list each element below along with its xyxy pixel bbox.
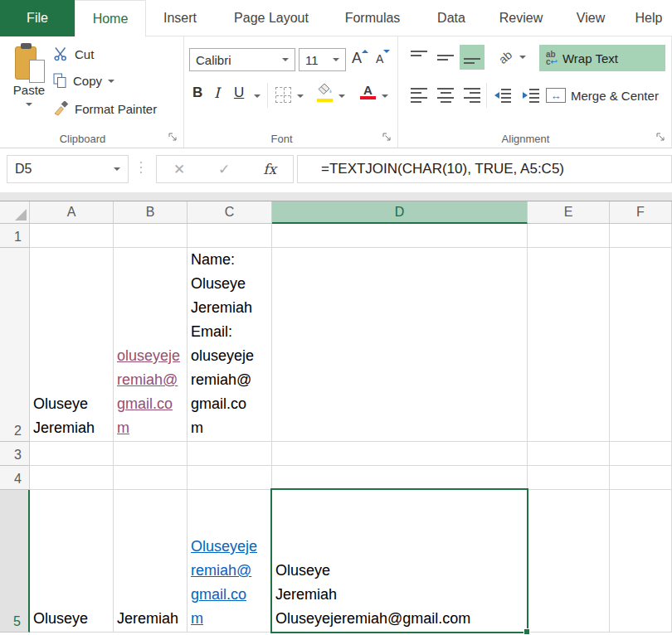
cell-E3[interactable] bbox=[528, 442, 610, 466]
row-header-5[interactable]: 5 bbox=[0, 490, 30, 633]
italic-button[interactable]: I bbox=[214, 85, 220, 101]
increase-font-size-button[interactable]: A bbox=[352, 50, 368, 67]
bold-button[interactable]: B bbox=[192, 85, 202, 101]
cell-D5[interactable]: Oluseye Jeremiah Oluseyejeremiah@gmail.c… bbox=[272, 490, 528, 633]
borders-button[interactable] bbox=[275, 87, 291, 103]
align-center-button[interactable] bbox=[433, 83, 458, 108]
align-right-button[interactable] bbox=[460, 83, 485, 108]
increase-indent-button[interactable] bbox=[518, 83, 544, 108]
font-size-combobox[interactable]: 11 bbox=[299, 48, 346, 71]
cell-F2[interactable] bbox=[610, 248, 672, 442]
row-header-1[interactable]: 1 bbox=[0, 224, 30, 248]
wrap-text-button[interactable]: ab c↩ Wrap Text bbox=[539, 45, 665, 71]
copy-button[interactable]: Copy bbox=[53, 73, 114, 89]
font-name-combobox[interactable]: Calibri bbox=[189, 48, 295, 71]
cut-label: Cut bbox=[75, 47, 94, 61]
borders-dropdown-caret[interactable] bbox=[297, 95, 304, 98]
copy-dropdown-caret[interactable] bbox=[108, 80, 114, 83]
fill-color-dropdown-caret[interactable] bbox=[338, 95, 345, 98]
column-header-A[interactable]: A bbox=[30, 201, 114, 224]
cell-B2[interactable]: oluseyeje remiah@ gmail.co m bbox=[114, 248, 187, 442]
cell-C5[interactable]: Oluseyeje remiah@ gmail.co m bbox=[187, 490, 272, 633]
font-color-dropdown-caret[interactable] bbox=[382, 95, 388, 98]
name-box-caret[interactable] bbox=[114, 167, 120, 171]
enter-icon[interactable]: ✓ bbox=[218, 161, 230, 178]
fill-color-button[interactable] bbox=[317, 83, 334, 102]
cell-D2[interactable] bbox=[272, 248, 528, 442]
name-box[interactable]: D5 bbox=[7, 155, 129, 183]
cell-F3[interactable] bbox=[610, 442, 672, 466]
row-header-2[interactable]: 2 bbox=[0, 248, 30, 442]
column-header-E[interactable]: E bbox=[528, 201, 610, 224]
cell-B4[interactable] bbox=[114, 466, 187, 490]
alignment-dialog-launcher-icon[interactable] bbox=[656, 133, 666, 143]
column-header-C[interactable]: C bbox=[187, 201, 272, 224]
cell-C4[interactable] bbox=[187, 466, 272, 490]
formula-input[interactable]: =TEXTJOIN(CHAR(10), TRUE, A5:C5) bbox=[297, 155, 672, 183]
orientation-dropdown-caret[interactable] bbox=[519, 56, 526, 59]
formula-bar-resize-dots[interactable] bbox=[140, 162, 142, 173]
paste-button[interactable]: Paste bbox=[7, 43, 51, 136]
tab-file[interactable]: File bbox=[0, 0, 75, 36]
visited-hyperlink-line: gmail.co bbox=[117, 392, 173, 416]
cell-C2[interactable]: Name: Oluseye Jeremiah Email: oluseyeje … bbox=[187, 248, 272, 442]
font-color-button[interactable]: A bbox=[360, 84, 376, 99]
underline-button[interactable]: U bbox=[234, 85, 244, 101]
formula-text: =TEXTJOIN(CHAR(10), TRUE, A5:C5) bbox=[321, 161, 564, 177]
select-all-button[interactable] bbox=[0, 201, 30, 224]
tab-data[interactable]: Data bbox=[416, 0, 486, 36]
cell-A5[interactable]: Oluseye bbox=[30, 490, 114, 633]
cell-E4[interactable] bbox=[528, 466, 610, 490]
cell-C1[interactable] bbox=[187, 224, 272, 248]
column-header-B[interactable]: B bbox=[114, 201, 187, 224]
cell-D1[interactable] bbox=[272, 224, 528, 248]
orientation-button[interactable]: ab bbox=[490, 42, 521, 73]
cell-A3[interactable] bbox=[30, 442, 114, 466]
fill-handle[interactable] bbox=[523, 628, 530, 635]
cell-text-line: Oluseye bbox=[33, 607, 88, 631]
cell-D4[interactable] bbox=[272, 466, 528, 490]
cell-C3[interactable] bbox=[187, 442, 272, 466]
paste-dropdown-caret[interactable] bbox=[26, 103, 32, 106]
tab-page-layout[interactable]: Page Layout bbox=[214, 0, 329, 36]
cell-A2[interactable]: Oluseye Jeremiah bbox=[30, 248, 114, 442]
font-name-caret[interactable] bbox=[282, 58, 289, 61]
merge-and-center-button[interactable]: ↔ Merge & Center bbox=[546, 83, 672, 108]
format-painter-button[interactable]: Format Painter bbox=[53, 101, 157, 117]
cell-B5[interactable]: Jeremiah bbox=[114, 490, 187, 633]
cell-F4[interactable] bbox=[610, 466, 672, 490]
bottom-align-button[interactable] bbox=[460, 45, 485, 70]
decrease-font-size-button[interactable]: A bbox=[376, 50, 390, 65]
cell-F1[interactable] bbox=[610, 224, 672, 248]
underline-dropdown-caret[interactable] bbox=[254, 95, 261, 98]
column-header-F[interactable]: F bbox=[610, 201, 672, 224]
column-header-D[interactable]: D bbox=[272, 201, 528, 224]
cancel-icon[interactable]: ✕ bbox=[173, 161, 185, 178]
cut-button[interactable]: Cut bbox=[53, 46, 94, 61]
decrease-indent-button[interactable] bbox=[489, 83, 516, 108]
cell-A4[interactable] bbox=[30, 466, 114, 490]
tab-help[interactable]: Help bbox=[626, 0, 672, 36]
cell-B3[interactable] bbox=[114, 442, 187, 466]
cell-A1[interactable] bbox=[30, 224, 114, 248]
cell-B1[interactable] bbox=[114, 224, 187, 248]
cell-F5[interactable] bbox=[610, 490, 672, 633]
top-align-button[interactable] bbox=[407, 45, 431, 70]
row-header-4[interactable]: 4 bbox=[0, 466, 30, 490]
tab-home[interactable]: Home bbox=[75, 0, 146, 37]
font-dialog-launcher-icon[interactable] bbox=[382, 133, 392, 143]
font-size-caret[interactable] bbox=[333, 58, 339, 61]
tab-view[interactable]: View bbox=[556, 0, 626, 36]
tab-insert[interactable]: Insert bbox=[146, 0, 214, 36]
middle-align-button[interactable] bbox=[433, 45, 458, 70]
cell-E2[interactable] bbox=[528, 248, 610, 442]
align-left-button[interactable] bbox=[407, 83, 431, 108]
row-header-3[interactable]: 3 bbox=[0, 442, 30, 466]
cell-D3[interactable] bbox=[272, 442, 528, 466]
cell-E1[interactable] bbox=[528, 224, 610, 248]
tab-formulas[interactable]: Formulas bbox=[329, 0, 416, 36]
cell-E5[interactable] bbox=[528, 490, 610, 633]
clipboard-dialog-launcher-icon[interactable] bbox=[168, 133, 178, 143]
insert-function-icon[interactable]: fx bbox=[263, 161, 276, 177]
tab-review[interactable]: Review bbox=[486, 0, 556, 36]
